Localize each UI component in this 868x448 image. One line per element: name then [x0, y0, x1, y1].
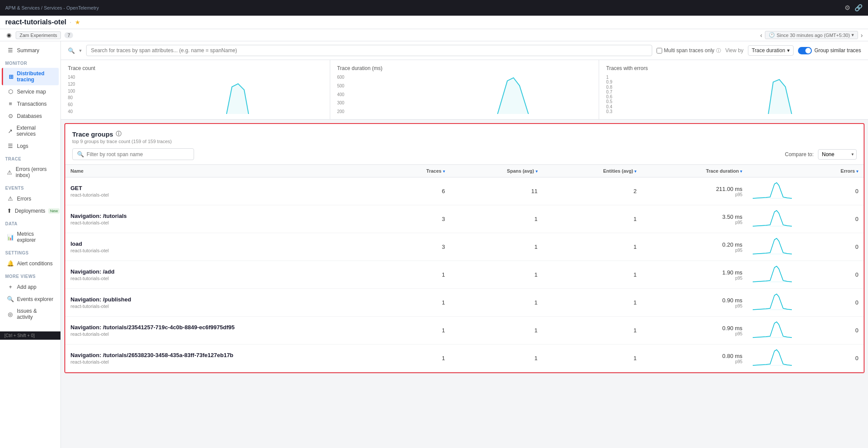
sidebar-item-add-app[interactable]: + Add app — [2, 281, 59, 293]
compare-select[interactable]: None Yesterday Last week — [818, 149, 857, 160]
trace-service: react-tutorials-otel — [70, 220, 379, 225]
trace-count-cell: 6 — [385, 177, 450, 205]
trace-name-cell: Navigation: /add react-tutorials-otel — [65, 261, 385, 289]
duration-cell: 0.90 ms p95 — [642, 317, 747, 344]
trace-groups-info-icon[interactable]: ⓘ — [116, 130, 121, 138]
chevron-right-icon[interactable]: › — [861, 32, 863, 39]
sidebar-item-deployments[interactable]: ⬆ Deployments New — [2, 205, 59, 217]
trace-service: react-tutorials-otel — [70, 331, 379, 337]
col-traces[interactable]: Traces ▾ — [385, 165, 450, 177]
subheader: ◉ Zam Experiments 7 ‹ 🕐 Since 30 minutes… — [0, 29, 868, 41]
chevron-down-icon: ▾ — [851, 32, 854, 38]
compare-select-wrap[interactable]: None Yesterday Last week — [818, 149, 857, 160]
table-row[interactable]: GET react-tutorials-otel 6 11 2 211.00 m… — [65, 177, 864, 205]
favorite-star-icon[interactable]: ★ — [75, 19, 80, 26]
sidebar-item-errors-inbox[interactable]: ⚠ Errors (errors inbox) — [2, 164, 59, 181]
trace-count-cell: 1 — [385, 344, 450, 372]
settings-icon[interactable]: ⚙ — [845, 4, 850, 12]
sidebar-item-external-services[interactable]: ↗ External services — [2, 122, 59, 140]
duration-p95: p95 — [647, 331, 742, 336]
events-explorer-icon: 🔍 — [7, 296, 14, 302]
sidebar-item-label: Errors — [17, 196, 31, 202]
sidebar-item-service-map[interactable]: ⬡ Service map — [2, 86, 59, 97]
sidebar-item-transactions[interactable]: ≡ Transactions — [2, 98, 59, 110]
link-icon[interactable]: 🔗 — [855, 4, 863, 12]
filter-dropdown-icon[interactable]: ▾ — [79, 48, 82, 53]
sidebar-item-databases[interactable]: ⊙ Databases — [2, 110, 59, 122]
monitor-section-label: MONITOR — [0, 57, 60, 67]
spans-avg-cell: 1 — [450, 317, 543, 344]
controls-right: Multi span traces only ⓘ View by Trace d… — [657, 45, 861, 56]
deployments-icon: ⬆ — [7, 207, 12, 214]
entities-avg-cell: 1 — [543, 289, 642, 317]
sidebar-item-label: Logs — [17, 143, 28, 149]
trace-duration-chart: Trace duration (ms) 600 500 400 300 200 — [330, 60, 600, 119]
search-icon: 🔍 — [68, 47, 75, 54]
col-entities-avg[interactable]: Entities (avg) ▾ — [543, 165, 642, 177]
sidebar-item-summary[interactable]: ☰ Summary — [2, 44, 59, 56]
col-name[interactable]: Name — [65, 165, 385, 177]
duration-cell: 3.50 ms p95 — [642, 205, 747, 233]
col-trace-duration[interactable]: Trace duration ▾ — [642, 165, 747, 177]
trace-table-header-row: Name Traces ▾ Spans (avg) ▾ — [65, 165, 864, 177]
trace-count-title: Trace count — [68, 65, 323, 71]
filter-input-wrap[interactable]: 🔍 — [72, 148, 194, 160]
col-errors[interactable]: Errors ▾ — [800, 165, 864, 177]
duration-ms: 3.50 ms — [647, 214, 742, 220]
chevron-left-icon[interactable]: ‹ — [760, 32, 762, 39]
errors-cell: 0 — [800, 289, 864, 317]
toggle-on[interactable] — [798, 47, 812, 54]
sidebar: ☰ Summary MONITOR ⊞ Distributed tracing … — [0, 41, 61, 448]
group-similar-toggle[interactable]: Group similar traces — [798, 47, 861, 54]
duration-p95: p95 — [647, 304, 742, 308]
sidebar-item-errors[interactable]: ⚠ Errors — [2, 193, 59, 204]
entities-avg-cell: 2 — [543, 177, 642, 205]
search-input[interactable] — [91, 47, 647, 53]
external-services-icon: ↗ — [7, 128, 13, 134]
filter-input[interactable] — [87, 151, 189, 157]
trace-groups-title-text: Trace groups — [72, 130, 113, 138]
table-row[interactable]: Navigation: /tutorials react-tutorials-o… — [65, 205, 864, 233]
traces-errors-title: Traces with errors — [606, 65, 861, 71]
table-row[interactable]: Navigation: /tutorials/26538230-3458-435… — [65, 344, 864, 372]
sidebar-item-logs[interactable]: ☰ Logs — [2, 140, 59, 152]
y-label: 40 — [68, 109, 80, 114]
sidebar-item-metrics-explorer[interactable]: 📊 Metrics explorer — [2, 228, 59, 246]
summary-icon: ☰ — [7, 47, 14, 53]
table-row[interactable]: Navigation: /add react-tutorials-otel 1 … — [65, 261, 864, 289]
edit-title-indicator: · — [70, 20, 71, 25]
table-row[interactable]: load react-tutorials-otel 3 1 1 0.20 ms … — [65, 233, 864, 261]
sidebar-item-label: Metrics explorer — [17, 231, 54, 243]
y-label: 200 — [337, 109, 349, 114]
col-spans-avg[interactable]: Spans (avg) ▾ — [450, 165, 543, 177]
trace-name: Navigation: /tutorials/23541257-719c-4c0… — [70, 324, 379, 331]
time-range-badge[interactable]: 🕐 Since 30 minutes ago (GMT+5:30) ▾ — [765, 31, 858, 39]
col-name-label: Name — [70, 168, 84, 174]
main-layout: ☰ Summary MONITOR ⊞ Distributed tracing … — [0, 41, 868, 448]
spans-avg-cell: 1 — [450, 233, 543, 261]
multi-span-check[interactable]: Multi span traces only ⓘ — [657, 47, 721, 54]
alert-icon: 🔔 — [7, 260, 14, 267]
multi-span-checkbox[interactable] — [657, 48, 662, 53]
trace-count-cell: 3 — [385, 205, 450, 233]
sort-icon: ▾ — [634, 169, 637, 174]
metrics-icon: 📊 — [7, 234, 14, 241]
trace-count-svg — [81, 75, 323, 114]
table-row[interactable]: Navigation: /published react-tutorials-o… — [65, 289, 864, 317]
question-count[interactable]: 7 — [64, 32, 73, 38]
trace-table: Name Traces ▾ Spans (avg) ▾ — [65, 164, 864, 372]
sparkline-cell — [747, 233, 800, 261]
search-box[interactable] — [86, 45, 652, 56]
account-badge[interactable]: Zam Experiments — [16, 31, 61, 39]
sidebar-item-distributed-tracing[interactable]: ⊞ Distributed tracing — [2, 68, 59, 85]
col-traces-label: Traces — [426, 168, 442, 174]
trace-duration-label: Trace duration — [752, 47, 785, 53]
errors-icon: ⚠ — [7, 195, 14, 202]
trace-duration-btn[interactable]: Trace duration ▾ — [748, 45, 794, 56]
sidebar-item-events-explorer[interactable]: 🔍 Events explorer — [2, 293, 59, 305]
table-row[interactable]: Navigation: /tutorials/23541257-719c-4c0… — [65, 317, 864, 344]
sidebar-item-alert-conditions[interactable]: 🔔 Alert conditions — [2, 257, 59, 269]
sidebar-item-issues-activity[interactable]: ◎ Issues & activity — [2, 305, 59, 323]
sidebar-item-label: Summary — [17, 47, 39, 53]
trace-service: react-tutorials-otel — [70, 304, 379, 309]
